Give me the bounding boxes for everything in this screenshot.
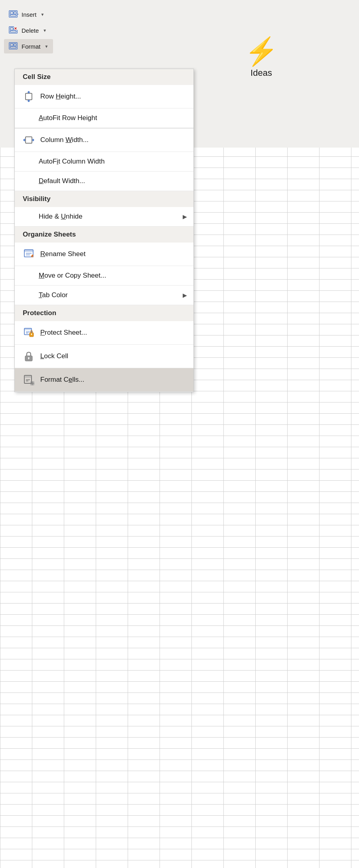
ideas-label: Ideas — [251, 68, 272, 78]
svg-rect-43 — [24, 375, 32, 378]
move-copy-item[interactable]: Move or Copy Sheet... — [15, 266, 193, 286]
autofit-row-label: AutoFit Row Height — [39, 114, 185, 122]
insert-dropdown-arrow: ▼ — [41, 12, 45, 17]
svg-rect-1 — [10, 12, 13, 14]
row-height-label: Row Height... — [40, 93, 185, 101]
hide-unhide-item[interactable]: Hide & Unhide ▶ — [15, 207, 193, 227]
svg-rect-7 — [10, 28, 13, 30]
cell-size-header: Cell Size — [15, 69, 193, 85]
lock-cell-item[interactable]: Lock Cell — [15, 345, 193, 368]
default-width-label: Default Width... — [39, 177, 185, 185]
svg-marker-18 — [27, 91, 30, 93]
svg-rect-9 — [10, 31, 16, 32]
autofit-column-label: AutoFit Column Width — [39, 158, 185, 166]
move-copy-label: Move or Copy Sheet... — [39, 272, 185, 280]
autofit-row-item[interactable]: AutoFit Row Height — [15, 108, 193, 128]
svg-rect-21 — [26, 137, 32, 143]
svg-marker-25 — [33, 138, 34, 142]
protect-sheet-item[interactable]: Protect Sheet... — [15, 321, 193, 345]
autofit-column-item[interactable]: AutoFit Column Width — [15, 152, 193, 172]
format-dropdown-menu: Cell Size Row Height... AutoFit Row Heig… — [14, 69, 194, 392]
row-height-icon — [23, 91, 35, 103]
protect-sheet-icon — [23, 327, 35, 339]
toolbar-buttons: Insert ▼ × Delete ▼ — [0, 4, 57, 57]
svg-rect-13 — [10, 44, 13, 46]
rename-sheet-label: Rename Sheet — [40, 250, 185, 258]
protection-header: Protection — [15, 305, 193, 321]
svg-marker-23 — [23, 138, 25, 142]
format-cells-label: Format Cells... — [40, 376, 185, 384]
format-icon — [9, 41, 18, 51]
svg-rect-27 — [24, 250, 33, 252]
delete-dropdown-arrow: ▼ — [43, 28, 47, 33]
lightning-icon: ⚡ — [245, 37, 278, 65]
delete-icon: × — [9, 26, 18, 35]
hide-unhide-submenu-arrow: ▶ — [183, 213, 187, 220]
insert-label: Insert — [22, 11, 37, 18]
format-button[interactable]: Format ▼ — [4, 39, 53, 53]
rename-sheet-item[interactable]: Rename Sheet — [15, 243, 193, 266]
format-dropdown-arrow: ▼ — [45, 44, 49, 49]
hide-unhide-label: Hide & Unhide — [39, 213, 185, 221]
column-width-item[interactable]: Column Width... — [15, 128, 193, 152]
lock-cell-icon — [23, 350, 35, 362]
column-width-icon — [23, 134, 35, 146]
delete-label: Delete — [22, 27, 39, 34]
svg-rect-14 — [14, 44, 16, 46]
rename-sheet-icon — [23, 248, 35, 260]
visibility-header: Visibility — [15, 191, 193, 207]
svg-rect-2 — [14, 12, 16, 14]
protect-sheet-label: Protect Sheet... — [40, 329, 185, 337]
organize-sheets-header: Organize Sheets — [15, 227, 193, 243]
format-cells-item[interactable]: Format Cells... — [15, 368, 193, 392]
lock-cell-label: Lock Cell — [40, 352, 185, 360]
default-width-item[interactable]: Default Width... — [15, 172, 193, 191]
format-cells-icon — [23, 374, 35, 386]
svg-marker-20 — [27, 101, 30, 102]
ideas-area[interactable]: ⚡ Ideas — [199, 0, 323, 116]
insert-icon — [9, 10, 18, 19]
svg-rect-3 — [10, 15, 16, 16]
svg-rect-16 — [26, 93, 32, 100]
svg-text:×: × — [14, 26, 17, 31]
svg-rect-15 — [10, 47, 16, 48]
tab-color-submenu-arrow: ▶ — [183, 292, 187, 298]
tab-color-label: Tab Color — [39, 291, 185, 299]
column-width-label: Column Width... — [40, 136, 185, 144]
row-height-item[interactable]: Row Height... — [15, 85, 193, 108]
delete-button[interactable]: × Delete ▼ — [4, 23, 53, 37]
insert-button[interactable]: Insert ▼ — [4, 7, 53, 22]
format-label: Format — [22, 43, 41, 50]
svg-rect-33 — [24, 328, 32, 330]
tab-color-item[interactable]: Tab Color ▶ — [15, 286, 193, 305]
